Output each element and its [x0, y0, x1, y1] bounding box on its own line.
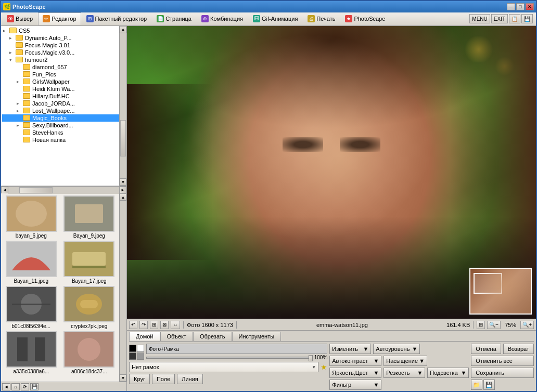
- nav-save-btn[interactable]: 💾: [30, 383, 39, 390]
- swatch-dark2[interactable]: [129, 352, 136, 360]
- tree-h-scrollbar[interactable]: ◄ ►: [1, 186, 126, 193]
- tree-scrollbar[interactable]: ▲ ▼: [119, 26, 126, 186]
- tab-object[interactable]: Объект: [160, 332, 193, 341]
- tab-photoscape-label: PhotoScape: [354, 16, 385, 22]
- h-scroll-right-btn[interactable]: ►: [119, 187, 126, 194]
- autolevel-select[interactable]: Автоуровень ▼: [373, 344, 420, 354]
- maximize-button[interactable]: □: [516, 3, 525, 10]
- filter-select[interactable]: Фильтр ▼: [329, 380, 381, 390]
- thumb-a335[interactable]: a335c0388a6...: [3, 331, 59, 374]
- tab-batch[interactable]: ⊞ Пакетный редактор: [82, 12, 152, 25]
- nav-refresh-btn[interactable]: ⟳: [21, 383, 29, 390]
- tab-gif-label: Gif-Анимация: [262, 16, 298, 22]
- frame-select[interactable]: Нет рамок ▼: [129, 362, 318, 372]
- thumb-b01c[interactable]: b01c08f563f4e...: [3, 286, 59, 329]
- tab-editor[interactable]: ✏ Редактор: [38, 12, 81, 25]
- swatch-black1[interactable]: [129, 345, 136, 352]
- tree-item-girls[interactable]: ▸ GirlsWallpaper: [2, 78, 125, 85]
- brightness-select[interactable]: Яркость,Цвет ▼: [329, 368, 381, 378]
- save-icon-btn1[interactable]: 📁: [471, 380, 482, 390]
- sharpness-select[interactable]: Резкость ▼: [383, 368, 425, 378]
- line-btn[interactable]: Линия: [177, 374, 203, 384]
- slider-track[interactable]: [146, 357, 313, 359]
- flip-btn[interactable]: ↔: [171, 321, 180, 329]
- zoom-out-btn[interactable]: 🔍−: [487, 321, 501, 329]
- tab-print[interactable]: 🖨 Печать: [303, 12, 340, 25]
- zoom-fit-btn[interactable]: ⊞: [477, 321, 485, 329]
- zoom-in-btn[interactable]: 🔍+: [520, 321, 534, 329]
- thumb-cryptex[interactable]: cryptex7pk.jpeg: [61, 286, 118, 329]
- thumb-scrollbar[interactable]: ▲ ▼: [119, 193, 126, 382]
- tree-item-focus1[interactable]: Focus Magic 3.01: [2, 42, 125, 49]
- tree-item-dynamic[interactable]: ▸ Dynamic.Auto_P...: [2, 34, 125, 42]
- tab-combine[interactable]: ⊕ Комбинация: [197, 12, 248, 25]
- tree-item-heidi[interactable]: Heidi Klum Wa...: [2, 85, 125, 93]
- file-tree[interactable]: ▸ CS5 ▸ Dynamic.Auto_P... Focus Magic 3.…: [1, 26, 126, 186]
- mini-preview[interactable]: [469, 268, 532, 315]
- combine-icon: ⊕: [201, 15, 209, 22]
- cancel-all-btn[interactable]: Отменить все: [471, 356, 534, 366]
- highlight-select[interactable]: Подсветка ▼: [427, 368, 469, 378]
- field-btn[interactable]: Поле: [152, 374, 175, 384]
- tree-item-novaya[interactable]: Новая папка: [2, 136, 125, 143]
- copy-btn2[interactable]: ⊞: [150, 321, 158, 329]
- slider-row: 100%: [146, 355, 327, 360]
- close-button[interactable]: ✕: [526, 3, 534, 10]
- scroll-up-btn[interactable]: ▲: [120, 26, 126, 33]
- restore-btn[interactable]: Возврат: [503, 344, 534, 354]
- h-scroll-thumb[interactable]: [19, 187, 53, 193]
- tree-item-magic-books[interactable]: Magic_Books: [2, 114, 125, 122]
- star-btn[interactable]: ★: [321, 363, 327, 371]
- tree-item-lost[interactable]: ▸ Lost_Wallpape...: [2, 107, 125, 114]
- nav-home-btn[interactable]: ⌂: [11, 383, 20, 390]
- save-global-button[interactable]: 💾: [521, 14, 533, 23]
- tab-gif[interactable]: 🎞 Gif-Анимация: [248, 12, 302, 25]
- slider-thumb[interactable]: [309, 355, 313, 361]
- thumb-scroll-down[interactable]: ▼: [120, 374, 126, 382]
- tab-home[interactable]: Домой: [129, 332, 160, 341]
- save-btn[interactable]: Сохранить: [471, 368, 534, 378]
- photo-frame-btn[interactable]: Фото+Рамка: [146, 344, 327, 354]
- tree-item-focus2[interactable]: ▸ Focus.Magic.v3.0...: [2, 49, 125, 56]
- paste-btn[interactable]: ⊠: [160, 321, 169, 329]
- tree-item-sexy[interactable]: ▸ Sexy.Billboard...: [2, 122, 125, 129]
- tab-tools[interactable]: Инструменты: [232, 332, 282, 341]
- titlebar-controls[interactable]: ─ □ ✕: [507, 3, 534, 10]
- thumb-a006[interactable]: a006c18dc37...: [61, 331, 118, 374]
- tree-item-funpics[interactable]: Fun_Pics: [2, 71, 125, 78]
- minimize-button[interactable]: ─: [507, 3, 515, 10]
- tree-item-cs5[interactable]: ▸ CS5: [2, 27, 125, 34]
- tree-item-stevehanks[interactable]: SteveHanks: [2, 129, 125, 136]
- cancel-btn[interactable]: Отмена: [471, 344, 501, 354]
- change-select[interactable]: Изменить ▼: [329, 344, 371, 354]
- swatch-gray2[interactable]: [137, 352, 144, 360]
- circle-btn[interactable]: Круг: [129, 374, 150, 384]
- tree-item-hillary[interactable]: Hillary.Duff.HC: [2, 93, 125, 100]
- swatch-white1[interactable]: [137, 345, 144, 352]
- redo-btn[interactable]: ↷: [139, 321, 148, 329]
- nav-prev-btn[interactable]: ◄: [2, 383, 10, 390]
- tab-page[interactable]: 📄 Страница: [152, 12, 196, 25]
- scroll-thumb[interactable]: [120, 120, 126, 156]
- copy-button[interactable]: 📋: [509, 14, 520, 23]
- thumb-bayan9[interactable]: Bayan_9.jpeg: [61, 195, 118, 239]
- tree-item-diamond[interactable]: diamond_657: [2, 63, 125, 71]
- tab-crop[interactable]: Обрезать: [193, 332, 232, 341]
- thumb-bayan11[interactable]: Bayan_11.jpeg: [3, 241, 59, 284]
- scroll-down-btn[interactable]: ▼: [120, 178, 126, 186]
- tab-viewer[interactable]: 👁 Вывер: [2, 12, 37, 25]
- save-icon-btn2[interactable]: 💾: [483, 380, 495, 390]
- autocontrast-select[interactable]: Автоконтраст ▼: [329, 356, 381, 366]
- menu-button[interactable]: MENU: [469, 14, 490, 23]
- thumb-scroll-up[interactable]: ▲: [120, 193, 126, 201]
- saturation-select[interactable]: Насыщение ▼: [383, 356, 427, 366]
- undo-btn[interactable]: ↶: [129, 321, 137, 329]
- thumb-bayan6[interactable]: bayan_6.jpeg: [3, 195, 59, 239]
- h-scroll-left-btn[interactable]: ◄: [1, 187, 8, 194]
- thumb-img: [63, 331, 114, 368]
- tree-item-jacob[interactable]: ▸ Jacob_JORDA...: [2, 100, 125, 107]
- tree-item-humour2[interactable]: ▾ humour2: [2, 56, 125, 63]
- thumb-bayan17[interactable]: Bayan_17.jpeg: [61, 241, 118, 284]
- exit-button[interactable]: EXIT: [491, 14, 508, 23]
- tab-photoscape[interactable]: ★ PhotoScape: [340, 12, 390, 25]
